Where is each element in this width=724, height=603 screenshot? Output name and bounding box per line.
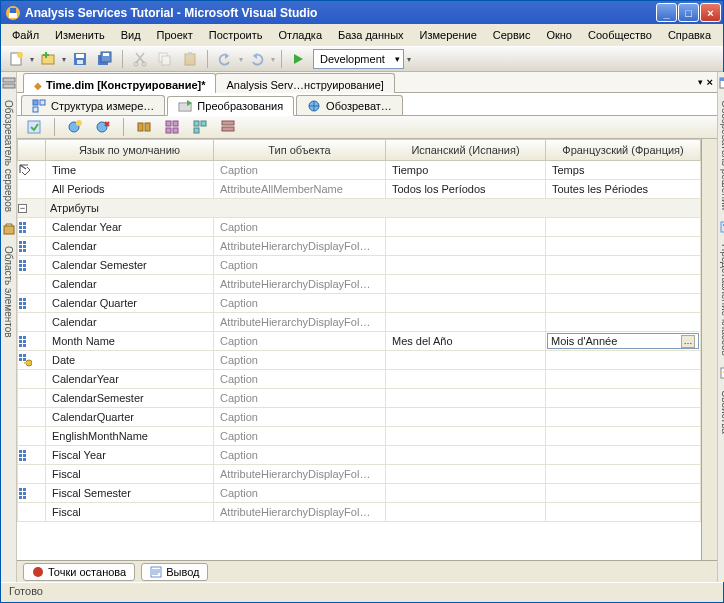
config-combo[interactable]: Development [313, 49, 404, 69]
cell-french[interactable] [546, 218, 701, 237]
tab-browser[interactable]: Обозреват… [296, 95, 403, 115]
menu-community[interactable]: Сообщество [581, 27, 659, 43]
tool-button-4[interactable] [217, 116, 239, 138]
paste-button[interactable] [179, 48, 201, 70]
save-button[interactable] [69, 48, 91, 70]
tool-button-1[interactable] [133, 116, 155, 138]
cut-button[interactable] [129, 48, 151, 70]
cell-name[interactable]: Fiscal Year [46, 446, 214, 465]
solution-explorer-icon[interactable] [719, 76, 725, 90]
cell-french[interactable] [546, 427, 701, 446]
cell-name[interactable]: Calendar [46, 275, 214, 294]
cell-name[interactable]: CalendarSemester [46, 389, 214, 408]
doctab-time-dim[interactable]: ◆ Time.dim [Конструирование]* [23, 73, 216, 93]
delete-translation-button[interactable] [92, 116, 114, 138]
cell-spanish[interactable] [386, 294, 546, 313]
cell-french[interactable] [546, 313, 701, 332]
cell-spanish[interactable] [386, 351, 546, 370]
server-explorer-tab[interactable]: Обозреватель серверов [1, 92, 16, 220]
menu-project[interactable]: Проект [150, 27, 200, 43]
cell-name[interactable]: EnglishMonthName [46, 427, 214, 446]
menu-dimension[interactable]: Измерение [413, 27, 484, 43]
cell-french[interactable] [546, 484, 701, 503]
doctab-close[interactable]: × [707, 76, 713, 88]
cell-name[interactable]: Month Name [46, 332, 214, 351]
cell-spanish[interactable] [386, 389, 546, 408]
cell-spanish[interactable]: Mes del Año [386, 332, 546, 351]
cell-name[interactable]: Calendar Quarter [46, 294, 214, 313]
cell-french[interactable] [546, 370, 701, 389]
cell-french[interactable] [546, 256, 701, 275]
cell-spanish[interactable] [386, 484, 546, 503]
cell-french[interactable] [546, 446, 701, 465]
cell-french[interactable]: Mois d'Année… [546, 332, 701, 351]
cell-french[interactable] [546, 275, 701, 294]
properties-icon[interactable] [719, 366, 725, 380]
close-button[interactable]: × [700, 3, 721, 22]
cell-french[interactable]: Temps [546, 161, 701, 180]
cell-name[interactable]: Fiscal [46, 465, 214, 484]
doctab-analysis-serv[interactable]: Analysis Serv…нструирование] [215, 73, 394, 93]
menu-window[interactable]: Окно [539, 27, 579, 43]
menu-help[interactable]: Справка [661, 27, 718, 43]
menu-file[interactable]: Файл [5, 27, 46, 43]
cell-name[interactable]: Calendar Year [46, 218, 214, 237]
cell-name[interactable]: All Periods [46, 180, 214, 199]
copy-button[interactable] [154, 48, 176, 70]
ellipsis-button[interactable]: … [681, 335, 695, 348]
vertical-scrollbar[interactable] [701, 139, 717, 560]
cell-name[interactable]: Date [46, 351, 214, 370]
class-view-tab[interactable]: Представление классов [718, 236, 724, 364]
new-translation-button[interactable] [64, 116, 86, 138]
col-default-lang[interactable]: Язык по умолчанию [46, 140, 214, 161]
cell-name[interactable]: Calendar Semester [46, 256, 214, 275]
cell-spanish[interactable]: Todos los Períodos [386, 180, 546, 199]
col-object-type[interactable]: Тип объекта [214, 140, 386, 161]
cell-name[interactable]: CalendarYear [46, 370, 214, 389]
cell-spanish[interactable] [386, 465, 546, 484]
cell-french[interactable] [546, 503, 701, 522]
save-all-button[interactable] [94, 48, 116, 70]
toolbox-tab[interactable]: Область элементов [1, 238, 16, 346]
server-explorer-icon[interactable] [2, 76, 16, 90]
doctab-dropdown[interactable]: ▾ [698, 77, 703, 87]
col-french[interactable]: Французский (Франция) [546, 140, 701, 161]
class-view-icon[interactable] [719, 220, 725, 234]
cell-spanish[interactable] [386, 237, 546, 256]
new-button[interactable] [5, 48, 27, 70]
redo-button[interactable] [246, 48, 268, 70]
cell-spanish[interactable] [386, 313, 546, 332]
cell-french[interactable] [546, 237, 701, 256]
cell-name[interactable]: Calendar [46, 237, 214, 256]
maximize-button[interactable]: □ [678, 3, 699, 22]
cell-name[interactable]: Calendar [46, 313, 214, 332]
cell-french[interactable] [546, 465, 701, 484]
minimize-button[interactable]: _ [656, 3, 677, 22]
cell-name[interactable]: Time [46, 161, 214, 180]
cell-name[interactable]: CalendarQuarter [46, 408, 214, 427]
tool-button-2[interactable] [161, 116, 183, 138]
output-tab[interactable]: Вывод [141, 563, 208, 581]
menu-tools[interactable]: Сервис [486, 27, 538, 43]
undo-button[interactable] [214, 48, 236, 70]
toolbox-icon[interactable] [2, 222, 16, 236]
menu-view[interactable]: Вид [114, 27, 148, 43]
add-item-button[interactable] [37, 48, 59, 70]
tab-translations[interactable]: Преобразования [167, 96, 294, 116]
cell-spanish[interactable] [386, 503, 546, 522]
cell-french[interactable] [546, 389, 701, 408]
tool-button-3[interactable] [189, 116, 211, 138]
properties-tab[interactable]: Свойства [718, 382, 724, 442]
menu-edit[interactable]: Изменить [48, 27, 112, 43]
process-button[interactable] [23, 116, 45, 138]
translations-grid[interactable]: Язык по умолчанию Тип объекта Испанский … [17, 139, 701, 560]
cell-spanish[interactable] [386, 427, 546, 446]
cell-spanish[interactable]: Tiempo [386, 161, 546, 180]
cell-spanish[interactable] [386, 370, 546, 389]
cell-french[interactable] [546, 351, 701, 370]
breakpoints-tab[interactable]: Точки останова [23, 563, 135, 581]
cell-french[interactable]: Toutes les Périodes [546, 180, 701, 199]
cell-french[interactable] [546, 408, 701, 427]
cell-spanish[interactable] [386, 256, 546, 275]
menu-build[interactable]: Построить [202, 27, 270, 43]
